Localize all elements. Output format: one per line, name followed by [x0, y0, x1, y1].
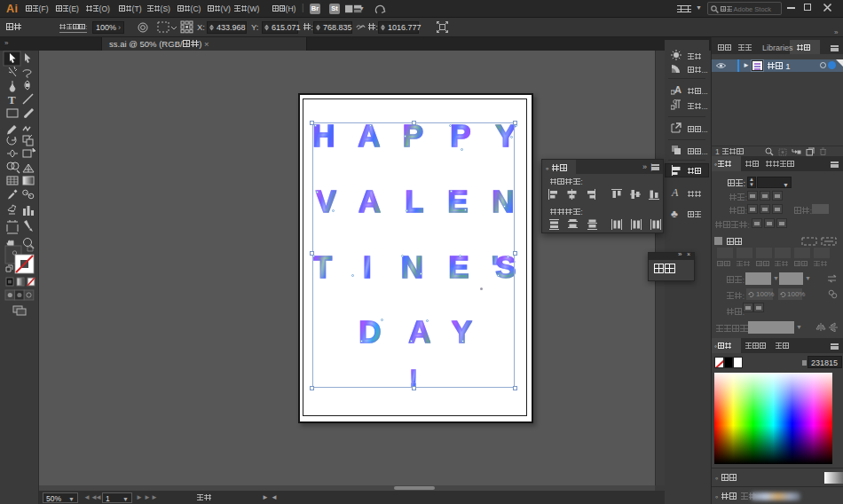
svg-text:T: T [8, 93, 16, 106]
svg-text:A: A [674, 84, 681, 95]
svg-text:A: A [671, 187, 679, 198]
